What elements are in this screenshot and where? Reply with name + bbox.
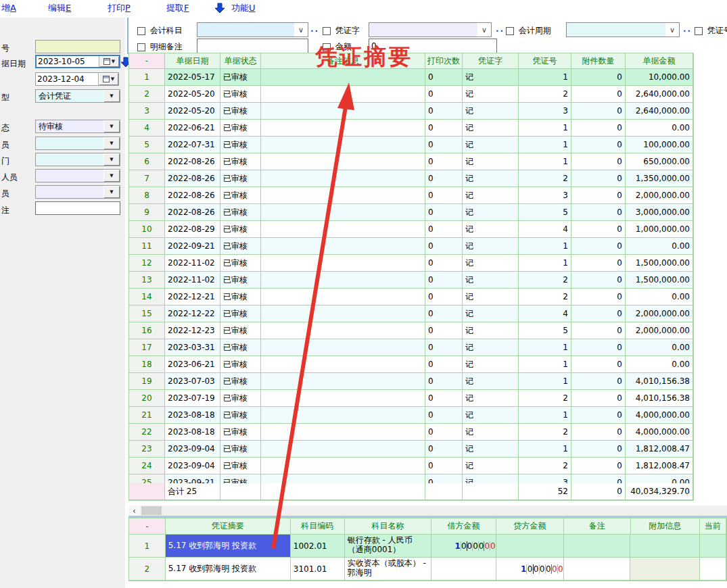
chevron-down-icon[interactable]: ∨ xyxy=(665,23,679,36)
grid-cell: 3 xyxy=(519,474,571,483)
grid-cell: 0 xyxy=(425,373,463,390)
operator-combo[interactable]: ▼ xyxy=(35,137,120,150)
voucher-row[interactable]: 242023-09-04已审核0记201,812,008.47 xyxy=(129,458,693,474)
note-input[interactable] xyxy=(35,201,120,215)
voucher-summary-cell[interactable]: 5.17 收到郭海明 投资款 xyxy=(166,535,291,558)
grid-cell: 已审核 xyxy=(220,373,261,390)
chevron-down-icon[interactable]: ▼ xyxy=(103,186,120,198)
voucher-row[interactable]: 172023-03-31已审核0记100.00 xyxy=(129,339,693,356)
subject-browse-button[interactable]: .. xyxy=(310,24,319,34)
period-combo[interactable]: ∨ xyxy=(566,22,680,37)
horizontal-scrollbar[interactable]: ‹ xyxy=(128,506,727,516)
chevron-down-icon[interactable]: ▼ xyxy=(103,153,120,166)
toolbar-button-1[interactable]: 编辑E xyxy=(48,2,71,14)
doc-type-combo[interactable]: 会计凭证 ▼ xyxy=(35,89,120,103)
grid-cell: 2022-05-20 xyxy=(165,86,220,103)
voucher-row[interactable]: 22022-05-20已审核0记202,640,000.00 xyxy=(129,86,693,103)
voucher-row[interactable]: 162022-12-23已审核0记502,000,000.00 xyxy=(129,322,693,339)
voucher-row[interactable]: 142022-12-21已审核0记200.00 xyxy=(129,289,693,305)
voucher-row[interactable]: 152022-12-22已审核0记402,000,000.00 xyxy=(129,305,693,322)
date-to-calendar-button[interactable]: ▼ xyxy=(98,73,118,85)
voucher-row[interactable]: 62022-08-26已审核0记10650,000.00 xyxy=(129,153,693,170)
ledger-amount-cell: 1000000 xyxy=(431,535,496,558)
department-combo[interactable]: ▼ xyxy=(35,153,120,166)
scroll-left-button[interactable]: ‹ xyxy=(128,506,140,516)
voucher-row[interactable]: 182023-06-21已审核0记100.00 xyxy=(129,356,693,373)
voucher-row[interactable]: 42022-06-21已审核0记100.00 xyxy=(129,120,693,137)
toolbar-button-0[interactable]: 增A xyxy=(1,2,16,14)
voucher-row[interactable]: 232023-09-04已审核0记101,812,008.47 xyxy=(129,441,693,458)
grid-cell: 2023-09-21 xyxy=(165,474,220,483)
voucher-row-partial[interactable]: 252023-09-21已审核0记300.00 xyxy=(129,474,693,483)
voucher-summary-cell[interactable]: 5.17 收到郭海明 投资款 xyxy=(166,558,291,581)
grid-cell: 2023-09-04 xyxy=(165,441,220,458)
amount-input[interactable] xyxy=(369,39,497,53)
voucher-row[interactable]: 112022-09-21已审核0记100.00 xyxy=(129,238,693,255)
entry-row[interactable]: 25.17 收到郭海明 投资款3101.01实收资本（或股本） - 郭海明100… xyxy=(129,558,726,581)
amount-label: 金额 xyxy=(335,42,352,51)
voucher-row[interactable]: 92022-08-26已审核0记503,000,000.00 xyxy=(129,204,693,221)
detail-note-checkbox[interactable] xyxy=(137,43,145,51)
grid-cell: 0 xyxy=(425,474,463,483)
grid-cell: 1 xyxy=(519,153,571,170)
grid-cell: 2 xyxy=(519,86,571,103)
voucher-row[interactable]: 212023-08-18已审核0记104,000,000.00 xyxy=(129,407,693,424)
date-to-input[interactable] xyxy=(36,73,98,85)
chevron-down-icon: ▼ xyxy=(112,59,115,64)
voucher-word-checkbox[interactable] xyxy=(323,27,331,35)
voucher-row[interactable]: 52022-07-31已审核0记10100,000.00 xyxy=(129,137,693,153)
person-combo[interactable]: ▼ xyxy=(35,169,120,182)
voucher-word-browse-button[interactable]: .. xyxy=(496,24,505,34)
voucher-word-combo[interactable]: ∨ xyxy=(369,22,492,37)
chevron-down-icon[interactable]: ▼ xyxy=(103,170,120,182)
grid-cell: - xyxy=(129,53,165,69)
voucher-row[interactable]: 132022-11-02已审核0记201,500,000.00 xyxy=(129,272,693,289)
voucher-row[interactable]: 122022-11-02已审核0记101,500,000.00 xyxy=(129,255,693,272)
toolbar-button-3[interactable]: 提取F xyxy=(166,2,189,14)
voucher-row[interactable]: 102022-08-29已审核0记401,000,000.00 xyxy=(129,221,693,238)
voucher-row[interactable]: 32022-05-20已审核0记302,640,000.00 xyxy=(129,103,693,120)
grid-cell: 1 xyxy=(129,535,166,558)
detail-note-input[interactable] xyxy=(197,39,308,53)
doc-no-label: 号 xyxy=(1,43,9,54)
grid-cell: 1 xyxy=(519,407,571,424)
total-row: 合计 2552040,034,329.70 xyxy=(129,483,693,500)
grid-cell: 0 xyxy=(571,69,626,86)
chevron-down-icon[interactable]: ▼ xyxy=(103,120,120,132)
accounting-subject-checkbox[interactable] xyxy=(137,27,145,35)
period-checkbox[interactable] xyxy=(506,27,514,35)
chevron-down-icon[interactable]: ▼ xyxy=(103,90,120,102)
toolbar-button-2[interactable]: 打印P xyxy=(108,2,131,14)
accounting-subject-combo[interactable]: ∨ xyxy=(197,22,308,37)
entry-row[interactable]: 15.17 收到郭海明 投资款1002.01银行存款 - 人民币（通商0001）… xyxy=(129,535,726,558)
voucher-row[interactable]: 12022-05-17已审核0记1010,000.00 xyxy=(129,69,693,86)
chevron-down-icon[interactable]: ▼ xyxy=(103,137,120,149)
grid-cell: 记 xyxy=(463,187,519,204)
voucher-row[interactable]: 82022-08-26已审核0记302,000,000.00 xyxy=(129,187,693,204)
grid-cell: 2,000,000.00 xyxy=(626,322,693,339)
grid-cell: 记 xyxy=(463,69,519,86)
grid-cell: 已审核 xyxy=(220,474,261,483)
amount-checkbox[interactable] xyxy=(323,43,331,51)
toolbar-button-4[interactable]: 功能U xyxy=(231,2,256,14)
function-down-arrow-icon[interactable] xyxy=(215,3,225,14)
ledger-amount-cell: 1000000 xyxy=(496,558,564,581)
voucher-row[interactable]: 222023-08-18已审核0记204,000,000.00 xyxy=(129,424,693,441)
grid-cell: 1,500,000.00 xyxy=(626,255,693,272)
voucher-row[interactable]: 192023-07-03已审核0记104,010,156.38 xyxy=(129,373,693,390)
voucher-no-checkbox[interactable] xyxy=(695,27,703,35)
auditor-combo[interactable]: ▼ xyxy=(35,185,120,199)
doc-no-input[interactable] xyxy=(35,40,120,53)
chevron-down-icon[interactable]: ∨ xyxy=(477,23,491,36)
voucher-row[interactable]: 202023-07-19已审核0记204,010,156.38 xyxy=(129,390,693,407)
date-from-calendar-button[interactable]: ▼ xyxy=(99,56,119,67)
voucher-row[interactable]: 72022-08-26已审核0记201,350,000.00 xyxy=(129,170,693,187)
period-browse-button[interactable]: .. xyxy=(683,24,692,34)
scrollbar-thumb[interactable] xyxy=(141,506,162,515)
status-combo[interactable]: 待审核 ▼ xyxy=(35,120,120,133)
grid-cell: 0 xyxy=(571,458,626,474)
chevron-down-icon[interactable]: ∨ xyxy=(294,23,308,36)
date-from-input[interactable] xyxy=(37,56,99,67)
grid-cell: 已审核 xyxy=(220,407,261,424)
grid-cell: 记 xyxy=(463,356,519,373)
